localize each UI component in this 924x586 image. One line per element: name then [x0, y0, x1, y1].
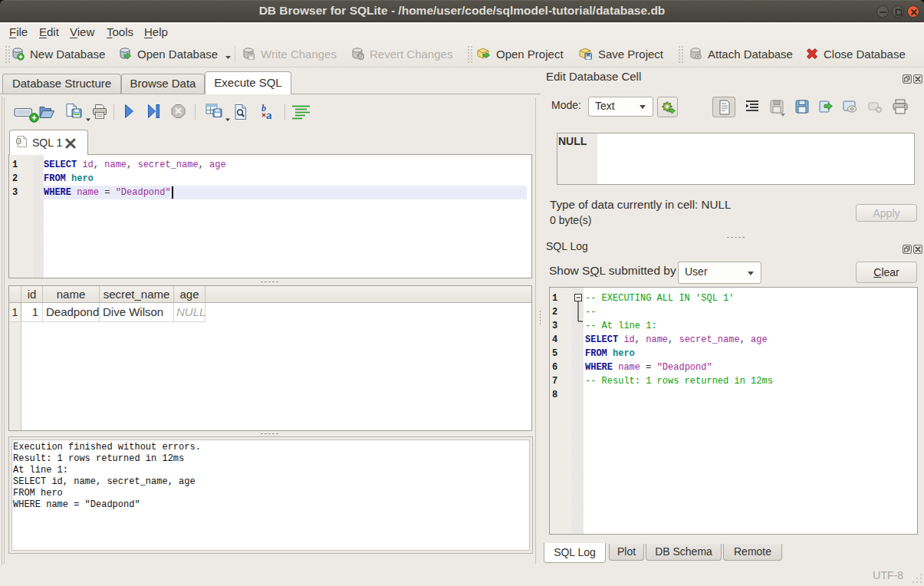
svg-text:a: a	[266, 109, 272, 120]
